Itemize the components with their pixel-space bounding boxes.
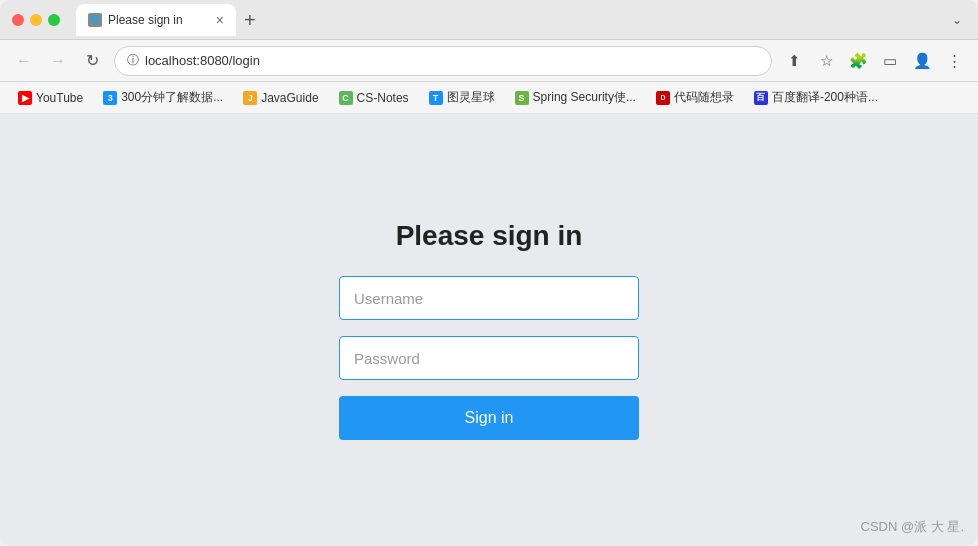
sidebar-icon[interactable]: ▭: [878, 49, 902, 73]
username-input[interactable]: [339, 276, 639, 320]
active-tab[interactable]: 🌐 Please sign in ×: [76, 4, 236, 36]
bookmark-favicon-300min: 3: [103, 91, 117, 105]
bookmark-label-youtube: YouTube: [36, 91, 83, 105]
share-icon[interactable]: ⬆: [782, 49, 806, 73]
tab-expand-button[interactable]: ⌄: [952, 13, 962, 27]
sign-in-button[interactable]: Sign in: [339, 396, 639, 440]
bookmark-label-300min: 300分钟了解数据...: [121, 89, 223, 106]
maximize-button[interactable]: [48, 14, 60, 26]
bookmark-label-cs-notes: CS-Notes: [357, 91, 409, 105]
extensions-icon[interactable]: 🧩: [846, 49, 870, 73]
new-tab-button[interactable]: +: [244, 10, 256, 30]
bookmark-icon[interactable]: ☆: [814, 49, 838, 73]
tab-title: Please sign in: [108, 13, 183, 27]
bookmark-youtube[interactable]: ▶YouTube: [10, 88, 91, 108]
bookmark-favicon-cs-notes: C: [339, 91, 353, 105]
toolbar-icons: ⬆ ☆ 🧩 ▭ 👤 ⋮: [782, 49, 966, 73]
bookmark-daima[interactable]: D代码随想录: [648, 86, 742, 109]
bookmark-baidu[interactable]: 百百度翻译-200种语...: [746, 86, 886, 109]
page-content: Please sign in Sign in CSDN @派 大 星.: [0, 114, 978, 546]
bookmark-cs-notes[interactable]: CCS-Notes: [331, 88, 417, 108]
bookmark-favicon-javaguide: J: [243, 91, 257, 105]
bookmark-tuling[interactable]: T图灵星球: [421, 86, 503, 109]
bookmark-favicon-youtube: ▶: [18, 91, 32, 105]
browser-window: 🌐 Please sign in × + ⌄ ← → ↻ ⓘ ⬆ ☆ 🧩 ▭ 👤…: [0, 0, 978, 546]
bookmark-javaguide[interactable]: JJavaGuide: [235, 88, 326, 108]
address-bar-container[interactable]: ⓘ: [114, 46, 772, 76]
account-icon[interactable]: 👤: [910, 49, 934, 73]
tab-favicon: 🌐: [88, 13, 102, 27]
minimize-button[interactable]: [30, 14, 42, 26]
bookmark-label-javaguide: JavaGuide: [261, 91, 318, 105]
bookmark-label-baidu: 百度翻译-200种语...: [772, 89, 878, 106]
forward-button[interactable]: →: [46, 49, 70, 73]
bookmark-label-spring: Spring Security使...: [533, 89, 636, 106]
bookmark-300min[interactable]: 3300分钟了解数据...: [95, 86, 231, 109]
toolbar: ← → ↻ ⓘ ⬆ ☆ 🧩 ▭ 👤 ⋮: [0, 40, 978, 82]
back-button[interactable]: ←: [12, 49, 36, 73]
menu-icon[interactable]: ⋮: [942, 49, 966, 73]
bookmark-favicon-daima: D: [656, 91, 670, 105]
password-input[interactable]: [339, 336, 639, 380]
close-button[interactable]: [12, 14, 24, 26]
address-input[interactable]: [145, 53, 759, 68]
page-title: Please sign in: [396, 220, 583, 252]
title-bar: 🌐 Please sign in × + ⌄: [0, 0, 978, 40]
bookmark-spring[interactable]: SSpring Security使...: [507, 86, 644, 109]
traffic-lights: [12, 14, 60, 26]
bookmark-favicon-baidu: 百: [754, 91, 768, 105]
bookmark-label-daima: 代码随想录: [674, 89, 734, 106]
watermark: CSDN @派 大 星.: [861, 518, 964, 536]
refresh-button[interactable]: ↻: [80, 49, 104, 73]
tab-close-button[interactable]: ×: [216, 12, 224, 28]
bookmark-favicon-tuling: T: [429, 91, 443, 105]
login-container: Please sign in Sign in: [339, 220, 639, 440]
login-form: Sign in: [339, 276, 639, 440]
bookmark-label-tuling: 图灵星球: [447, 89, 495, 106]
bookmarks-bar: ▶YouTube3300分钟了解数据...JJavaGuideCCS-Notes…: [0, 82, 978, 114]
tab-bar: 🌐 Please sign in × + ⌄: [76, 4, 966, 36]
address-lock-icon: ⓘ: [127, 52, 139, 69]
bookmark-favicon-spring: S: [515, 91, 529, 105]
